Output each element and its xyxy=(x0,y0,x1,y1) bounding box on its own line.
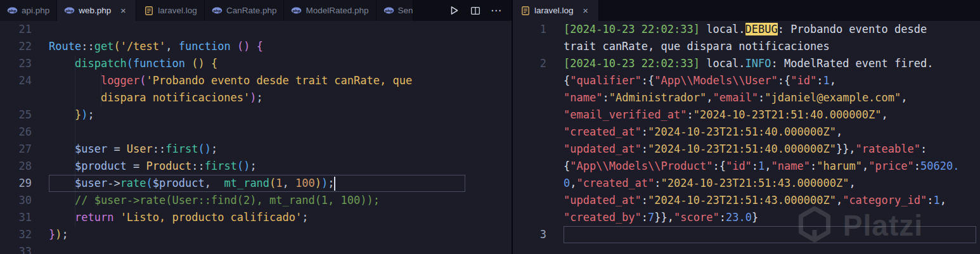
code-line-wrap[interactable]: "name":"Administrador","email":"jdaniel@… xyxy=(513,89,980,106)
tab-sen[interactable]: phpSen xyxy=(377,0,413,21)
tab-label: laravel.log xyxy=(534,6,574,15)
tab-label: web.php xyxy=(79,6,111,15)
tab-group-left: phpapi.phpphpweb.php×laravel.logphpCanRa… xyxy=(0,0,512,21)
code-line-30[interactable]: 30 // $user->rate(User::find(2), mt_rand… xyxy=(0,192,512,209)
log-icon xyxy=(520,5,531,16)
code-line-31[interactable]: 31 return 'Listo, producto calificado'; xyxy=(0,209,512,226)
line-number: 27 xyxy=(0,141,32,158)
tab-api-php[interactable]: phpapi.php xyxy=(0,0,57,21)
tab-label: ModelRated.php xyxy=(306,6,368,15)
line-number: 26 xyxy=(0,124,32,141)
tab-canrate-php[interactable]: phpCanRate.php xyxy=(205,0,285,21)
code-line-26[interactable]: 26 xyxy=(0,124,512,141)
code-line-27[interactable]: 27 $user = User::first(); xyxy=(0,141,512,158)
code-line-wrap[interactable]: "created_at":"2024-10-23T21:51:40.000000… xyxy=(513,124,980,141)
code-text: }); xyxy=(32,226,68,243)
line-number xyxy=(513,209,546,226)
tab-strip-left: phpapi.phpphpweb.php×laravel.logphpCanRa… xyxy=(0,0,413,21)
tab-label: laravel.log xyxy=(158,6,197,15)
php-icon: php xyxy=(212,5,222,16)
code-content: 2122Route::get('/test', function () {23 … xyxy=(0,21,512,254)
code-line-3[interactable]: 3 xyxy=(513,226,980,243)
close-icon[interactable]: × xyxy=(580,5,591,16)
line-number xyxy=(513,175,546,192)
svg-text:php: php xyxy=(213,9,221,13)
code-line-wrap[interactable]: {"App\\Models\\Product":{"id":1,"name":"… xyxy=(513,158,980,175)
line-number: 25 xyxy=(0,106,32,124)
code-text: trait canRate, que dispara notificacione… xyxy=(546,38,830,55)
log-content: 1[2024-10-23 22:02:33] local.DEBUG: Prob… xyxy=(513,21,980,243)
code-line-wrap[interactable]: dispara notificaciones'); xyxy=(0,89,512,106)
code-line-wrap[interactable]: "updated_at":"2024-10-23T21:51:43.000000… xyxy=(513,192,980,209)
code-text: {"qualifier":{"App\\Models\\User":{"id":… xyxy=(546,72,836,89)
more-actions-button[interactable]: ⋯ xyxy=(488,3,504,18)
line-number: 21 xyxy=(0,21,32,38)
svg-text:php: php xyxy=(293,9,300,13)
code-text: "created_by":7}},"score":23.0} xyxy=(546,209,758,226)
tab-label: api.php xyxy=(22,6,49,15)
code-text: $product = Product::first(); xyxy=(32,158,257,175)
split-editor-button[interactable] xyxy=(467,3,483,18)
code-text xyxy=(32,21,49,38)
code-line-33[interactable]: 33 xyxy=(0,243,512,254)
code-text: Route::get('/test', function () { xyxy=(32,38,263,55)
editor-area: 2122Route::get('/test', function () {23 … xyxy=(0,21,980,254)
code-line-28[interactable]: 28 $product = Product::first(); xyxy=(0,158,512,175)
code-text: // $user->rate(User::find(2), mt_rand(1,… xyxy=(32,192,380,209)
code-line-wrap[interactable]: "updated_at":"2024-10-23T21:51:40.000000… xyxy=(513,141,980,158)
code-line-23[interactable]: 23 dispatch(function () { xyxy=(0,55,512,72)
php-icon: php xyxy=(7,5,18,16)
php-icon: php xyxy=(291,5,302,16)
code-text: dispara notificaciones'); xyxy=(32,89,263,106)
line-number xyxy=(513,158,546,175)
tab-strip-right: laravel.log× xyxy=(513,0,599,21)
code-text xyxy=(32,243,49,254)
code-line-1[interactable]: 1[2024-10-23 22:02:33] local.DEBUG: Prob… xyxy=(513,21,980,38)
code-line-24[interactable]: 24 logger('Probando evento desde trait c… xyxy=(0,72,512,89)
code-line-wrap[interactable]: trait canRate, que dispara notificacione… xyxy=(513,38,980,55)
code-line-wrap[interactable]: {"qualifier":{"App\\Models\\User":{"id":… xyxy=(513,72,980,89)
svg-text:php: php xyxy=(385,9,392,13)
code-line-wrap[interactable]: "created_by":7}},"score":23.0} xyxy=(513,209,980,226)
tab-label: Sen xyxy=(398,6,413,15)
code-editor-web-php[interactable]: 2122Route::get('/test', function () {23 … xyxy=(0,21,512,254)
run-button[interactable] xyxy=(446,3,462,18)
line-number xyxy=(513,72,546,89)
tab-laravel-log[interactable]: laravel.log× xyxy=(513,0,599,21)
code-text: dispatch(function () { xyxy=(32,55,217,72)
line-number: 28 xyxy=(0,158,32,175)
line-number xyxy=(513,141,546,158)
code-text: "updated_at":"2024-10-23T21:51:43.000000… xyxy=(546,192,946,209)
line-number xyxy=(513,124,546,141)
log-viewer-laravel-log[interactable]: 1[2024-10-23 22:02:33] local.DEBUG: Prob… xyxy=(512,21,980,254)
code-text: $user = User::first(); xyxy=(32,141,217,158)
line-number: 3 xyxy=(513,226,546,243)
log-icon xyxy=(143,5,154,16)
code-line-25[interactable]: 25 }); xyxy=(0,106,512,124)
line-number: 2 xyxy=(513,55,546,72)
code-line-32[interactable]: 32}); xyxy=(0,226,512,243)
line-number: 31 xyxy=(0,209,32,226)
tab-laravel-log[interactable]: laravel.log xyxy=(136,0,205,21)
code-text xyxy=(32,124,49,141)
code-line-wrap[interactable]: "email_verified_at":"2024-10-23T21:51:40… xyxy=(513,106,980,124)
line-number xyxy=(513,106,546,124)
split-icon xyxy=(470,6,480,16)
code-line-22[interactable]: 22Route::get('/test', function () { xyxy=(0,38,512,55)
php-icon: php xyxy=(64,5,75,16)
code-text xyxy=(546,226,564,243)
line-number xyxy=(0,89,32,106)
code-line-wrap[interactable]: 0,"created_at":"2024-10-23T21:51:43.0000… xyxy=(513,175,980,192)
code-text: return 'Listo, producto calificado'; xyxy=(32,209,308,226)
code-text: logger('Probando evento desde trait canR… xyxy=(32,72,412,89)
code-line-29[interactable]: 29 $user->rate($product, mt_rand(1, 100)… xyxy=(0,175,512,192)
code-text: 0,"created_at":"2024-10-23T21:51:43.0000… xyxy=(546,175,856,192)
line-number: 1 xyxy=(513,21,546,38)
code-line-2[interactable]: 2[2024-10-23 22:02:33] local.INFO: Model… xyxy=(513,55,980,72)
tab-modelrated-php[interactable]: phpModelRated.php xyxy=(284,0,376,21)
tab-web-php[interactable]: phpweb.php× xyxy=(57,0,136,21)
close-icon[interactable]: × xyxy=(117,5,129,16)
tab-group-right: laravel.log× xyxy=(512,0,980,21)
line-number: 22 xyxy=(0,38,32,55)
code-line-21[interactable]: 21 xyxy=(0,21,512,38)
